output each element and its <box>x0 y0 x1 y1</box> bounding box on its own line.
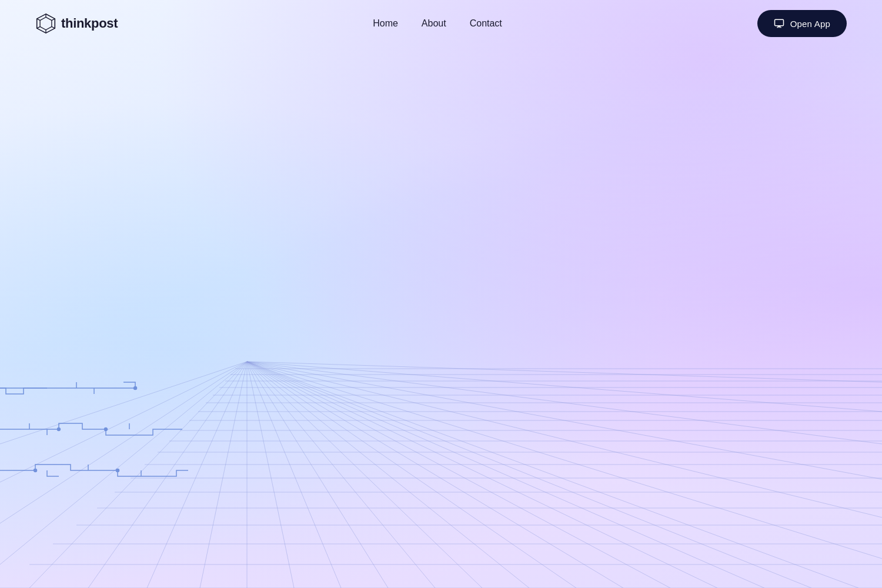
svg-line-49 <box>200 362 247 588</box>
circuit-decoration <box>0 353 188 529</box>
svg-line-47 <box>247 362 882 412</box>
nav-links: Home About Contact <box>373 18 502 29</box>
logo-icon <box>35 13 56 34</box>
svg-line-36 <box>247 362 576 588</box>
svg-line-38 <box>247 362 670 588</box>
svg-line-6 <box>37 26 40 28</box>
open-app-icon <box>774 18 784 29</box>
nav-contact[interactable]: Contact <box>470 18 502 28</box>
svg-point-65 <box>105 428 108 431</box>
svg-marker-1 <box>40 17 52 30</box>
svg-point-66 <box>34 469 37 472</box>
logo[interactable]: thinkpost <box>35 13 118 34</box>
svg-line-41 <box>247 362 811 588</box>
svg-line-31 <box>247 362 341 588</box>
svg-line-35 <box>247 362 529 588</box>
svg-point-68 <box>134 387 137 390</box>
svg-line-37 <box>247 362 623 588</box>
svg-line-7 <box>37 19 40 21</box>
nav-home[interactable]: Home <box>373 18 398 28</box>
svg-rect-8 <box>774 19 783 26</box>
svg-line-33 <box>247 362 435 588</box>
svg-line-44 <box>247 362 882 517</box>
svg-line-30 <box>247 362 294 588</box>
svg-line-42 <box>247 362 858 588</box>
svg-point-64 <box>58 428 61 431</box>
open-app-button[interactable]: Open App <box>757 10 847 37</box>
svg-line-43 <box>247 362 882 559</box>
svg-line-40 <box>247 362 764 588</box>
logo-text: thinkpost <box>61 16 118 31</box>
svg-line-34 <box>247 362 482 588</box>
nav-about[interactable]: About <box>422 18 446 28</box>
svg-point-67 <box>116 469 119 472</box>
navbar: thinkpost Home About Contact Open App <box>0 0 882 47</box>
